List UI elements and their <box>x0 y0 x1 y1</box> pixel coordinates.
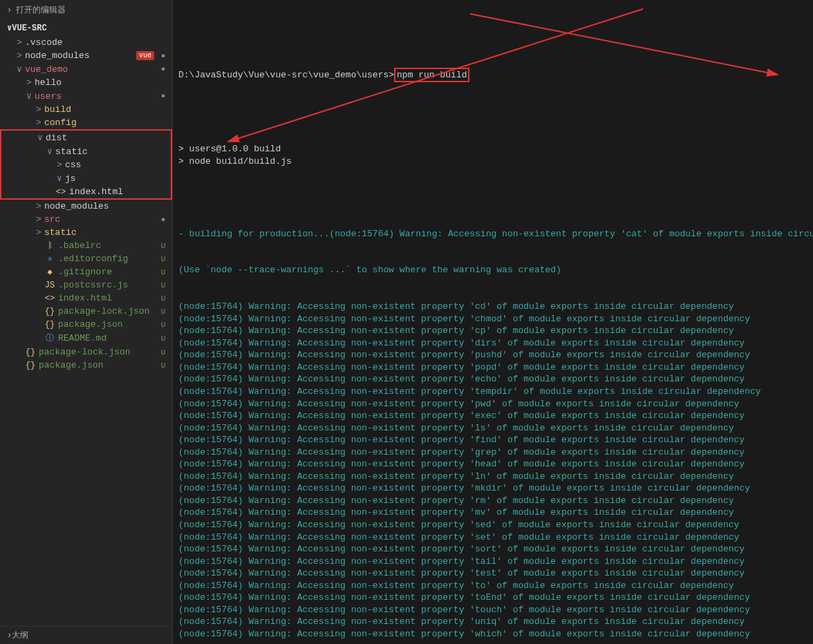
tree-item[interactable]: >hello <box>0 76 172 89</box>
file-icon: JS <box>44 281 55 290</box>
warning-line: (node:15764) Warning: Accessing non-exis… <box>178 519 813 531</box>
file-icon: ✳ <box>44 254 55 264</box>
git-status: U <box>158 281 168 290</box>
warning-line: (node:15764) Warning: Accessing non-exis… <box>178 373 813 386</box>
warning-line: (node:15764) Warning: Accessing non-exis… <box>178 337 813 350</box>
git-status: U <box>158 294 168 303</box>
tree-item-label: package-lock.json <box>39 347 158 357</box>
open-editors-section[interactable]: › 打开的编辑器 <box>0 0 172 20</box>
git-status: U <box>158 255 168 263</box>
tree-item[interactable]: ∨users● <box>0 89 172 103</box>
tree-item-label: js <box>65 173 157 184</box>
file-icon: <> <box>44 294 55 303</box>
tree-item-label: README.md <box>58 333 158 343</box>
git-status: U <box>158 268 168 276</box>
warning-line: (node:15764) Warning: Accessing non-exis… <box>178 506 813 519</box>
tree-item[interactable]: ◆.gitignoreU <box>0 265 172 278</box>
terminal[interactable]: D:\JavaStudy\Vue\vue-src\vue_demo\users>… <box>173 0 813 644</box>
warning-line: (node:15764) Warning: Accessing non-exis… <box>178 482 813 495</box>
warning-line: (node:15764) Warning: Accessing non-exis… <box>178 556 813 568</box>
file-icon: ◆ <box>44 267 55 277</box>
tree-item[interactable]: ᛒ.babelrcU <box>0 239 172 252</box>
git-status: U <box>158 321 168 329</box>
chevron-icon: > <box>35 117 43 128</box>
tree-item[interactable]: <>index.html <box>1 185 171 198</box>
git-status: U <box>158 307 168 316</box>
chevron-down-icon: ∨ <box>7 23 12 33</box>
warning-line: (node:15764) Warning: Accessing non-exis… <box>178 325 813 337</box>
warning-line: (node:15764) Warning: Accessing non-exis… <box>178 628 813 641</box>
tree-item-label: node_modules <box>44 201 158 211</box>
git-status: ● <box>158 65 168 73</box>
tree-item[interactable]: >src● <box>0 213 172 226</box>
file-icon: {} <box>25 348 36 357</box>
command-text: npm run build <box>397 70 467 80</box>
warning-line: (node:15764) Warning: Accessing non-exis… <box>178 567 813 580</box>
warning-line: (node:15764) Warning: Accessing non-exis… <box>178 580 813 592</box>
file-icon: {} <box>44 307 55 316</box>
file-icon: {} <box>25 361 36 370</box>
chevron-icon: ∨ <box>55 173 64 184</box>
outline-label: 大纲 <box>12 629 28 641</box>
warning-line: (node:15764) Warning: Accessing non-exis… <box>178 301 813 313</box>
terminal-line: > node build/build.js <box>178 155 813 168</box>
chevron-icon: > <box>35 104 43 115</box>
prompt-path: D:\JavaStudy\Vue\vue-src\vue_demo\users> <box>178 70 394 80</box>
dist-highlight-box: ∨dist∨static>css∨js<>index.html <box>0 129 172 200</box>
tree-item[interactable]: {}package-lock.jsonU <box>0 345 172 359</box>
tree-item-label: .gitignore <box>58 267 158 277</box>
tree-item[interactable]: >config <box>0 116 172 129</box>
tree-item[interactable]: ∨dist <box>1 131 171 144</box>
warning-line: (node:15764) Warning: Accessing non-exis… <box>178 446 813 459</box>
tree-item[interactable]: >static <box>0 226 172 239</box>
chevron-icon: > <box>35 201 43 211</box>
tree-item[interactable]: <>index.htmlU <box>0 292 172 305</box>
git-status: U <box>158 348 168 357</box>
warning-line: (node:15764) Warning: Accessing non-exis… <box>178 434 813 446</box>
outline-section[interactable]: › 大纲 <box>0 626 172 644</box>
sidebar: › 打开的编辑器 ∨ VUE-SRC >.vscode>node_modules… <box>0 0 173 644</box>
tree-item-label: users <box>35 91 158 102</box>
project-name: VUE-SRC <box>12 23 46 33</box>
tree-item[interactable]: {}package.jsonU <box>0 359 172 372</box>
tree-item-label: index.html <box>58 293 158 303</box>
warning-line: (node:15764) Warning: Accessing non-exis… <box>178 313 813 325</box>
command-highlight-box: npm run build <box>394 68 469 83</box>
tree-item[interactable]: ∨js <box>1 171 171 185</box>
tree-item-label: index.html <box>69 187 157 197</box>
file-icon: ⓘ <box>44 332 55 344</box>
chevron-icon: ∨ <box>15 64 24 75</box>
tree-item[interactable]: ∨static <box>1 144 171 158</box>
tree-item-label: .postcssrc.js <box>58 280 158 290</box>
chevron-icon: > <box>15 37 24 48</box>
tree-item[interactable]: ∨vue_demo● <box>0 62 172 76</box>
chevron-icon: > <box>25 77 33 88</box>
git-status: U <box>158 334 168 343</box>
tree-item-label: hello <box>35 77 158 88</box>
warning-line: (node:15764) Warning: Accessing non-exis… <box>178 543 813 556</box>
chevron-icon: ∨ <box>36 132 44 143</box>
tree-item-label: package.json <box>39 360 158 370</box>
warning-line: (node:15764) Warning: Accessing non-exis… <box>178 495 813 507</box>
tree-item[interactable]: JS.postcssrc.jsU <box>0 278 172 292</box>
tree-item[interactable]: ⓘREADME.mdU <box>0 331 172 345</box>
tree-item[interactable]: >node_modules <box>0 200 172 213</box>
tree-item[interactable]: ✳.editorconfigU <box>0 252 172 265</box>
tree-item-label: static <box>55 146 157 157</box>
warning-line: (node:15764) Warning: Accessing non-exis… <box>178 604 813 616</box>
tree-item-label: dist <box>46 133 157 143</box>
tree-item[interactable]: {}package.jsonU <box>0 318 172 331</box>
warning-line: (node:15764) Warning: Accessing non-exis… <box>178 531 813 544</box>
file-tree: >.vscode>node_modulesvue●∨vue_demo●>hell… <box>0 36 172 626</box>
file-icon: <> <box>55 187 66 197</box>
warning-line: (node:15764) Warning: Accessing non-exis… <box>178 361 813 374</box>
warning-line: (node:15764) Warning: Accessing non-exis… <box>178 458 813 471</box>
git-status: U <box>158 242 168 250</box>
tree-item[interactable]: >css <box>1 158 171 171</box>
tree-item-label: package-lock.json <box>58 306 158 316</box>
tree-item[interactable]: >.vscode <box>0 36 172 49</box>
tree-item[interactable]: >node_modulesvue● <box>0 49 172 62</box>
project-title[interactable]: ∨ VUE-SRC <box>0 20 172 36</box>
tree-item[interactable]: >build <box>0 103 172 116</box>
tree-item[interactable]: {}package-lock.jsonU <box>0 305 172 318</box>
